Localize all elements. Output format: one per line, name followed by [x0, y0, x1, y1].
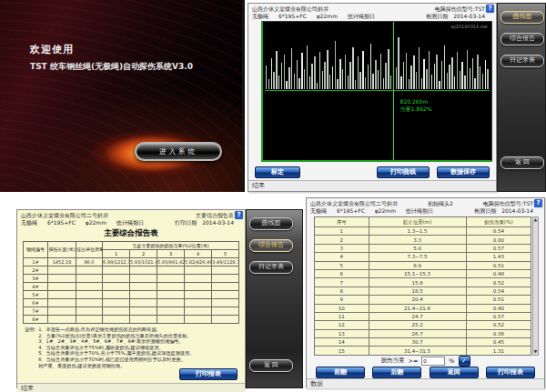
table-row[interactable]: 1326.70.36 [315, 329, 531, 337]
waveform-bar [291, 48, 292, 89]
rope-name: 无极绳 [252, 13, 268, 19]
scroll-up-icon[interactable]: ▲ [534, 217, 537, 223]
data-file-label: wj20140314.dat [450, 24, 488, 29]
table-row[interactable]: 715.60.52 [315, 278, 531, 286]
table-row[interactable]: 818.50.54 [315, 286, 531, 295]
cell: 3# [24, 275, 48, 283]
table-row[interactable]: 615.1~15.30.48 [315, 269, 531, 277]
table-row[interactable]: 11.3~1.50.54 [315, 227, 531, 236]
cell [185, 307, 212, 316]
scroll-down-icon[interactable]: ▼ [534, 349, 537, 355]
table-row[interactable]: 58.90.51 [315, 261, 531, 269]
nav-curve-view-button[interactable]: 曲线图 [500, 11, 544, 24]
cell [76, 316, 103, 324]
cell: 5# [24, 291, 48, 299]
waveform-bar [335, 41, 336, 89]
curve-window: ? 山西介休义棠煤业有限公司斜井 电脑探伤仪型号:TST 无极绳 6*19S+F… [248, 3, 497, 192]
col-damage-1: 1 [103, 250, 130, 258]
apply-filter-button[interactable]: ✓ [459, 356, 470, 367]
table-row[interactable]: 35.00.57 [315, 244, 531, 252]
filter-value-input[interactable] [421, 357, 445, 366]
table-row[interactable]: 1430.70.45 [315, 338, 531, 347]
date-value: 2014-03-14 [202, 219, 234, 226]
waveform-chart[interactable]: wj20140314.dat 820.265m 当量1.862% [261, 21, 492, 162]
cell [212, 307, 239, 316]
table-row[interactable]: 1124.70.57 [315, 312, 531, 320]
page-prev-button[interactable]: 前翻 [316, 367, 365, 378]
help-icon[interactable]: ? [486, 5, 494, 13]
waveform-bar [370, 44, 371, 89]
cell [103, 275, 130, 283]
cell [130, 299, 157, 307]
table-row[interactable]: 47.3~7.51.43 [315, 253, 531, 261]
cell [130, 266, 157, 275]
cell [103, 283, 130, 291]
page-next-button[interactable]: 后翻 [372, 367, 421, 378]
back-button[interactable]: 返 回 [500, 156, 544, 169]
note-line: 2、当量(%)/损伤点(位置)表示主要损伤的损伤当量及距绳头的位置坐标。 [38, 333, 194, 339]
report-window: ? 山西介休义棠煤业有限公司二号斜井 主要综合报告表 无极绳 6*19S+FC … [16, 209, 246, 388]
nav-daily-log-button[interactable]: 日记录表 [500, 55, 544, 67]
note-line: 5、当综合质量评估大于70%,且小于75%,属中度损伤,建议加强监测使用。 [38, 350, 194, 357]
waveform-bar [470, 68, 470, 89]
waveform-bar [451, 57, 452, 89]
table-row[interactable]: 1021.4~21.60.40 [315, 304, 531, 312]
table-scrollbar[interactable]: ▲ ▼ [532, 216, 539, 356]
table-row: 5# [24, 291, 239, 299]
waveform-bar [398, 37, 399, 89]
chart-cursor-line[interactable] [393, 22, 394, 160]
print-curve-button[interactable]: 打印曲线 [377, 166, 430, 178]
cell: 0.57 [466, 312, 531, 320]
cell [212, 266, 239, 275]
table-row[interactable]: 920.40.51 [315, 296, 531, 304]
print-report-button[interactable]: 打印报表 [179, 368, 238, 380]
table-row: 2# [24, 266, 239, 275]
cell [212, 316, 239, 324]
cell: 4# [24, 283, 48, 291]
status-bar: 数据 [307, 378, 544, 388]
nav-report-button[interactable]: 综合报告 [249, 239, 293, 252]
cell: 3.49/1128.72 [212, 258, 239, 266]
calibrate-button[interactable]: 标定 [255, 166, 300, 178]
table-row[interactable]: 1531.4~31.51.31 [315, 347, 531, 355]
nav-daily-log-button[interactable]: 日记录表 [249, 261, 293, 274]
damage-table-wrap: 序号 起止位置(m) 损伤当量(%) 11.3~1.50.5423.30.803… [314, 216, 539, 356]
return-button[interactable]: 返回 [430, 367, 479, 378]
cell: 1.3~1.5 [369, 227, 466, 236]
waveform-bar [378, 70, 379, 89]
enter-system-button[interactable]: 进入系统 [135, 142, 222, 161]
cell: 13 [315, 329, 369, 337]
note-line: 轻严重、重度损伤,建议更换使用钢丝绳。 [38, 363, 194, 369]
print-report-button[interactable]: 打印报表 [486, 367, 535, 378]
waveform-bar [365, 77, 366, 89]
table-row[interactable]: 1225.20.52 [315, 321, 531, 329]
waveform-bar [276, 51, 277, 89]
nav-curve-view-button[interactable]: 曲线图 [249, 217, 293, 230]
save-data-button[interactable]: 数据保存 [437, 166, 490, 178]
nav-report-button[interactable]: 综合报告 [500, 33, 544, 45]
notes-label: 说明: [25, 327, 35, 368]
back-button[interactable]: 返 回 [249, 359, 293, 372]
cell: 20.4 [369, 296, 466, 304]
waveform-bar [467, 50, 468, 89]
table-row[interactable]: 23.30.80 [315, 236, 531, 244]
col-damage-5: 5 [212, 250, 239, 258]
status-bar: 结果 [248, 180, 496, 191]
help-icon[interactable]: ? [235, 211, 243, 219]
filter-operator: >= [408, 357, 418, 365]
waveform-bar [409, 79, 410, 89]
cell: 15.1~15.3 [369, 269, 466, 277]
cell: 7.3~7.5 [369, 253, 466, 261]
waveform-bar [406, 53, 407, 89]
date-label: 检测日期 [426, 13, 448, 19]
waveform-bar [464, 75, 465, 89]
waveform-bar [431, 75, 432, 89]
table-row: 7# [24, 307, 239, 316]
report-button-row: 打印报表 [17, 368, 245, 383]
list-button-row: 前翻 后翻 返回 打印报表 [307, 367, 544, 378]
cell [103, 299, 130, 307]
help-icon[interactable]: ? [534, 199, 542, 207]
waveform-bar [286, 81, 287, 89]
cell [48, 299, 76, 307]
cell [157, 291, 185, 299]
